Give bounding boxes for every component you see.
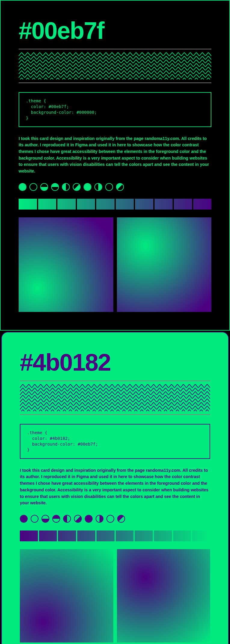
circle-full-icon: [19, 183, 26, 191]
gradient-strip: [20, 530, 210, 541]
circle-full-icon: [84, 183, 91, 191]
circle-diagonal-icon: [73, 183, 81, 191]
description-paragraph: I took this card design and inspiration …: [19, 135, 211, 175]
gradient-strip: [19, 199, 211, 210]
circle-half-left-icon: [63, 515, 71, 523]
divider: [19, 49, 211, 49]
color-title: #4b0182: [20, 350, 210, 375]
circle-half-right-icon: [94, 183, 102, 191]
circle-half-top-icon: [51, 183, 59, 191]
circle-full-icon: [20, 515, 28, 523]
circle-half-bottom-icon: [41, 515, 49, 523]
zigzag-pattern: [20, 384, 210, 411]
theme-card-purple-on-green: #4b0182 .theme { color: #4b0182; backgro…: [1, 332, 229, 644]
css-code-block: .theme { color: #4b0182; background-colo…: [20, 424, 210, 459]
circle-half-right-icon: [96, 515, 103, 523]
circle-diagonal-icon: [117, 515, 125, 523]
circle-diagonal-icon: [116, 183, 124, 191]
circle-empty-icon: [106, 515, 114, 523]
svg-rect-1: [20, 384, 210, 411]
gradient-square-a: [20, 549, 113, 643]
gradient-squares: [19, 217, 211, 312]
description-paragraph: I took this card design and inspiration …: [20, 467, 210, 506]
zigzag-pattern: [19, 52, 211, 79]
circle-half-left-icon: [62, 183, 70, 191]
circle-diagonal-icon: [74, 515, 82, 523]
circle-empty-icon: [31, 515, 38, 523]
gradient-square-b: [117, 217, 212, 312]
circle-empty-icon: [105, 183, 113, 191]
gradient-squares: [20, 549, 210, 643]
theme-card-green-on-black: #00eb7f .theme { color: #00eb7f; backgro…: [0, 0, 230, 331]
color-title: #00eb7f: [19, 19, 211, 43]
circle-half-top-icon: [52, 515, 60, 523]
divider: [20, 381, 210, 381]
circle-swatches: [19, 183, 211, 191]
circle-empty-icon: [29, 183, 37, 191]
circle-full-icon: [85, 515, 93, 523]
svg-rect-0: [19, 52, 211, 79]
circle-half-bottom-icon: [40, 183, 48, 191]
css-code-block: .theme { color: #00eb7f; background-colo…: [19, 92, 211, 127]
divider: [19, 82, 211, 83]
circle-swatches: [20, 515, 210, 523]
gradient-square-a: [19, 217, 113, 312]
divider: [20, 414, 210, 415]
gradient-square-b: [117, 549, 210, 643]
